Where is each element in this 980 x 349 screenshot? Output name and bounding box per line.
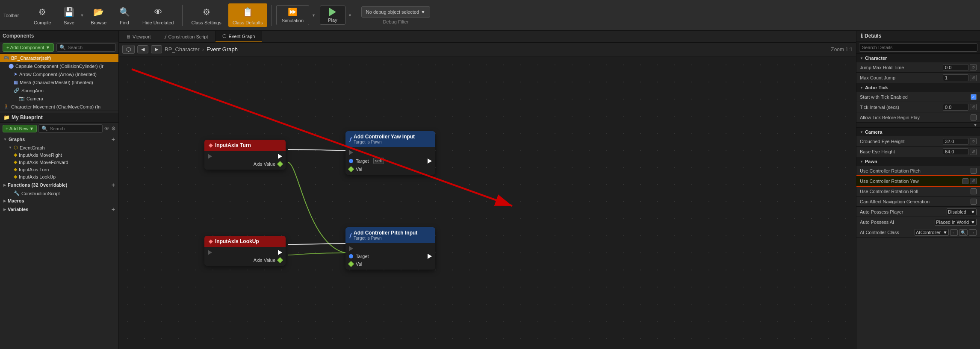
save-button[interactable]: 💾 Save <box>58 3 80 27</box>
simulation-dropdown-arrow[interactable]: ▼ <box>312 13 316 18</box>
add-controller-yaw-node[interactable]: 𝑓 Add Controller Yaw Input Target is Paw… <box>345 131 435 175</box>
tab-viewport[interactable]: 🖥 Viewport <box>119 31 158 42</box>
functions-add-icon[interactable]: + <box>112 182 115 188</box>
ai-controller-dropdown[interactable]: AIController ▼ <box>915 229 949 236</box>
move-right-item[interactable]: ◆ InputAxis MoveRight <box>0 151 118 158</box>
axis-lookup-item[interactable]: ◆ InputAxis LookUp <box>0 173 118 180</box>
capsule-component-row[interactable]: ⬤ Capsule Component (CollisionCylinder) … <box>0 62 118 70</box>
crouched-eye-height-value: ↺ <box>943 138 977 145</box>
can-affect-nav-row: Can Affect Navigation Generation <box>856 196 980 207</box>
yaw-node-subtitle: Target is Pawn <box>354 140 415 144</box>
auto-possess-ai-dropdown[interactable]: Placed in World ▼ <box>935 219 977 226</box>
arrow-component-row[interactable]: ➤ Arrow Component (Arrow) (Inherited) <box>0 70 118 78</box>
axis-turn-item[interactable]: ◆ InputAxis Turn <box>0 166 118 173</box>
camera-row[interactable]: 📷 Camera <box>0 94 118 103</box>
class-settings-button[interactable]: ⚙ Class Settings <box>187 3 225 27</box>
simulation-button[interactable]: ⏩ Simulation <box>276 5 309 25</box>
auto-possess-player-dropdown[interactable]: Disabled ▼ <box>947 208 977 215</box>
nav-next-button[interactable]: ▶ <box>151 45 162 53</box>
input-axis-turn-node[interactable]: ◆ InputAxis Turn Axis Value <box>204 140 286 170</box>
play-icon <box>329 8 336 16</box>
hide-unrelated-button[interactable]: 👁 Hide Unrelated <box>138 3 178 27</box>
add-new-button[interactable]: + Add New ▼ <box>3 125 37 132</box>
debug-object-button[interactable]: No debug object selected ▼ <box>361 6 430 18</box>
variables-add-icon[interactable]: + <box>112 206 115 213</box>
lookup-axis-value-pin: Axis Value <box>204 256 286 264</box>
pawn-section-label: Pawn <box>865 159 877 164</box>
variables-row: ▶ Variables + <box>0 205 118 214</box>
ai-controller-nav-back[interactable]: ← <box>950 229 958 236</box>
start-tick-value <box>971 94 977 100</box>
char-movement-row[interactable]: 🚶 Character Movement (CharMoveComp) (In <box>0 103 118 111</box>
bp-search[interactable]: 🔍 <box>38 124 103 133</box>
find-button[interactable]: 🔍 Find <box>113 3 136 27</box>
eventgraph-item[interactable]: ▼ ⬡ EventGraph <box>0 144 118 151</box>
ai-controller-open[interactable]: → <box>969 229 977 236</box>
graphs-add-icon[interactable]: + <box>112 136 115 143</box>
ctrl-roll-checkbox[interactable] <box>971 188 977 194</box>
functions-label: Functions (32 Overridable) <box>8 182 67 188</box>
components-search-input[interactable] <box>68 45 113 50</box>
jump-max-hold-time-reset[interactable]: ↺ <box>970 64 977 70</box>
tab-event-graph[interactable]: ⬡ Event Graph <box>215 31 263 42</box>
pawn-section: ▼ Pawn Use Controller Rotation Pitch Use… <box>856 157 980 238</box>
tick-interval-input[interactable] <box>943 104 968 111</box>
auto-possess-ai-val: Placed in World <box>936 220 969 225</box>
diamond-icon-4: ◆ <box>14 174 17 179</box>
filter-icon[interactable]: ⚙ <box>111 126 116 132</box>
input-axis-lookup-node[interactable]: ◆ InputAxis LookUp Axis Value <box>204 236 286 266</box>
spring-arm-row[interactable]: 🔗 SpringArm <box>0 86 118 94</box>
class-defaults-button[interactable]: 📋 Class Defaults <box>228 3 267 27</box>
nav-back-button[interactable]: ⬡ <box>122 45 135 54</box>
ctrl-yaw-checkbox[interactable] <box>962 178 968 184</box>
pitch-target-label: Target <box>356 254 369 259</box>
add-component-button[interactable]: + Add Component ▼ <box>3 43 54 52</box>
browse-button[interactable]: 📂 Browse <box>86 3 111 27</box>
components-toolbar: + Add Component ▼ 🔍 <box>0 41 118 54</box>
ai-controller-search[interactable]: 🔍 <box>959 229 968 236</box>
allow-tick-checkbox[interactable] <box>971 114 977 120</box>
details-scroll[interactable]: ▼ Character Jump Max Hold Time ↺ Max Cou… <box>856 54 980 349</box>
tick-interval-reset[interactable]: ↺ <box>970 104 977 110</box>
play-button[interactable]: Play <box>320 6 345 25</box>
base-eye-height-input[interactable] <box>943 148 968 155</box>
bp-character-self-row[interactable]: 🎮 BP_Character(self) <box>0 54 118 62</box>
nav-prev-button[interactable]: ◀ <box>137 45 148 53</box>
compile-button[interactable]: ⚙ Compile <box>30 3 55 27</box>
arrow-icon: ➤ <box>14 71 18 77</box>
can-affect-nav-checkbox[interactable] <box>971 199 977 205</box>
save-dropdown-arrow[interactable]: ▼ <box>80 13 84 18</box>
turn-node-body: Axis Value <box>204 151 286 170</box>
ctrl-yaw-reset[interactable]: ↺ <box>970 178 977 184</box>
crouched-eye-height-input[interactable] <box>943 138 968 145</box>
character-section-header[interactable]: ▼ Character <box>856 54 980 62</box>
pawn-section-header[interactable]: ▼ Pawn <box>856 157 980 166</box>
base-eye-height-reset[interactable]: ↺ <box>970 149 977 155</box>
play-dropdown-arrow[interactable]: ▼ <box>348 13 352 18</box>
jump-max-count-reset[interactable]: ↺ <box>970 75 977 81</box>
ctrl-pitch-checkbox[interactable] <box>971 168 977 174</box>
jump-max-hold-time-input[interactable] <box>943 64 968 71</box>
ctrl-pitch-value <box>971 168 977 174</box>
eye-icon[interactable]: 👁 <box>104 126 109 132</box>
base-eye-height-label: Base Eye Height <box>860 149 943 154</box>
tab-construction-script[interactable]: 𝑓 Construction Script <box>158 31 215 42</box>
add-controller-pitch-node[interactable]: 𝑓 Add Controller Pitch Input Target is P… <box>345 227 435 270</box>
move-forward-item[interactable]: ◆ InputAxis MoveForward <box>0 158 118 166</box>
jump-max-count-input[interactable] <box>943 74 968 81</box>
pitch-val-pin: Val <box>345 260 428 268</box>
character-section-label: Character <box>865 56 887 61</box>
details-search-input[interactable] <box>859 43 977 52</box>
yaw-node-body: Target self Val <box>345 147 435 175</box>
actor-tick-header[interactable]: ▼ Actor Tick <box>856 83 980 92</box>
crouched-eye-height-reset[interactable]: ↺ <box>970 138 977 144</box>
bp-search-input[interactable] <box>50 126 100 131</box>
start-tick-checkbox[interactable] <box>971 94 977 100</box>
construction-script-item[interactable]: 🔧 ConstructionScript <box>0 190 118 197</box>
diamond-icon-3: ◆ <box>14 167 17 172</box>
mesh-row[interactable]: ▦ Mesh (CharacterMesh0) (Inherited) <box>0 78 118 86</box>
graph-canvas[interactable]: ◆ InputAxis Turn Axis Value <box>119 56 856 349</box>
components-search[interactable]: 🔍 <box>56 43 116 52</box>
simulation-icon: ⏩ <box>288 7 297 17</box>
camera-section-header[interactable]: ▼ Camera <box>856 128 980 136</box>
